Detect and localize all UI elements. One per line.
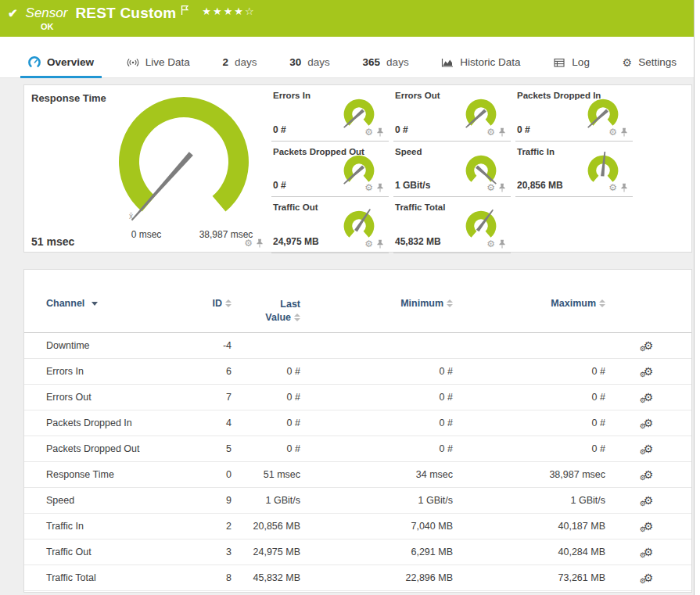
last-value: 0 #	[232, 418, 300, 428]
sort-icon	[225, 299, 232, 307]
sort-icon	[599, 299, 605, 307]
pin-icon[interactable]	[498, 239, 506, 249]
flag-icon[interactable]	[181, 5, 189, 16]
channel-settings-icon[interactable]: ⚙⚙	[644, 392, 654, 403]
priority-stars[interactable]: ★★★★☆	[202, 5, 255, 17]
channel-id: 3	[187, 547, 232, 557]
gear-icon[interactable]: ⚙	[608, 127, 617, 138]
gauge-title: Traffic Total	[395, 203, 445, 212]
pin-icon[interactable]	[498, 183, 506, 192]
pin-icon[interactable]	[376, 183, 384, 192]
channel-name: Downtime	[46, 340, 187, 351]
channel-settings-icon[interactable]: ⚙⚙	[644, 418, 654, 428]
pin-icon[interactable]	[376, 239, 384, 249]
tab-2-days-number: 2	[223, 56, 229, 68]
gear-icon[interactable]: ⚙	[486, 238, 495, 249]
channel-settings-icon[interactable]: ⚙⚙	[644, 366, 654, 377]
column-header-channel[interactable]: Channel	[46, 298, 187, 309]
tab-log[interactable]: Log	[545, 47, 598, 77]
channel-name: Response Time	[46, 469, 187, 480]
tab-overview[interactable]: Overview	[20, 47, 102, 77]
minimum-value: 0 #	[300, 443, 453, 454]
column-header-maximum[interactable]: Maximum	[453, 298, 605, 309]
minimum-value: 0 #	[300, 392, 453, 403]
pin-icon[interactable]	[620, 183, 628, 192]
response-time-gauge-panel: Response Time x̄ 0 msec 38,987 msec 51 m…	[24, 85, 268, 252]
tab-live-data[interactable]: Live Data	[119, 47, 198, 77]
column-header-id[interactable]: ID	[187, 298, 232, 309]
table-row-errors-out: Errors Out 7 0 # 0 # 0 # ⚙⚙	[24, 385, 691, 410]
gauge-value: 0 #	[517, 124, 530, 135]
pin-icon[interactable]	[498, 127, 506, 137]
table-row-traffic-total: Traffic Total 8 45,832 MB 22,896 MB 73,2…	[24, 565, 691, 591]
gear-icon: ⚙	[623, 56, 633, 69]
gauge-value: 45,832 MB	[395, 236, 441, 247]
channel-settings-icon[interactable]: ⚙⚙	[644, 521, 654, 532]
gauge-panel-packets-dropped-in: Packets Dropped In 0 # ⚙	[515, 85, 633, 142]
tab-30-days-label: days	[307, 56, 330, 68]
channel-settings-icon[interactable]: ⚙⚙	[644, 340, 654, 351]
channel-settings-icon[interactable]: ⚙⚙	[644, 495, 654, 506]
gauge-value: 51 msec	[31, 235, 74, 248]
status-ok-check-icon: ✔	[8, 6, 18, 20]
table-header-row: Channel ID Last Value Minimum Maximum	[24, 296, 691, 333]
channel-id: 0	[187, 469, 232, 480]
gauge-title: Errors Out	[395, 91, 440, 100]
gear-icon[interactable]: ⚙	[364, 182, 373, 193]
channel-name: Packets Dropped Out	[46, 443, 187, 454]
pin-icon[interactable]	[256, 238, 264, 248]
sort-desc-icon	[92, 302, 98, 306]
tab-live-data-label: Live Data	[145, 56, 190, 68]
maximum-value: 40,187 MB	[453, 521, 605, 532]
gauges-card: Response Time x̄ 0 msec 38,987 msec 51 m…	[23, 84, 692, 253]
last-value: 24,975 MB	[232, 547, 300, 557]
gear-icon[interactable]: ⚙	[364, 238, 373, 249]
tab-365-days-number: 365	[363, 56, 381, 68]
column-header-last-value[interactable]: Last Value	[232, 298, 300, 324]
minimum-value: 0 #	[300, 366, 453, 377]
last-value: 1 GBit/s	[232, 495, 300, 506]
tab-30-days[interactable]: 30 days	[282, 47, 338, 77]
maximum-value: 0 #	[453, 392, 605, 403]
channel-name: Traffic In	[46, 521, 187, 532]
channel-id: 7	[187, 392, 232, 403]
channel-id: 8	[187, 572, 232, 583]
column-header-minimum[interactable]: Minimum	[300, 298, 453, 309]
gear-icon[interactable]: ⚙	[364, 127, 373, 138]
tab-historic-data[interactable]: Historic Data	[433, 47, 528, 77]
channel-id: 5	[187, 443, 232, 454]
column-header-minimum-label: Minimum	[400, 298, 443, 309]
last-value: 45,832 MB	[232, 572, 300, 583]
gear-icon[interactable]: ⚙	[608, 182, 617, 193]
channel-name: Errors In	[46, 366, 187, 377]
channel-name: Errors Out	[46, 392, 187, 403]
channel-settings-icon[interactable]: ⚙⚙	[644, 469, 654, 480]
gauge-icon	[28, 56, 41, 69]
gauge-panel-packets-dropped-out: Packets Dropped Out 0 # ⚙	[271, 142, 389, 198]
gear-icon[interactable]: ⚙	[244, 238, 253, 249]
tab-settings[interactable]: ⚙ Settings	[615, 47, 684, 77]
column-header-maximum-label: Maximum	[551, 298, 596, 309]
channel-settings-icon[interactable]: ⚙⚙	[644, 572, 654, 583]
gauge-value: 1 GBit/s	[395, 180, 430, 191]
tab-historic-data-label: Historic Data	[460, 56, 520, 68]
last-value: 0 #	[232, 392, 300, 403]
gear-icon[interactable]: ⚙	[486, 182, 495, 193]
tab-2-days[interactable]: 2 days	[215, 47, 265, 77]
pin-icon[interactable]	[620, 127, 628, 137]
response-time-gauge: x̄	[115, 93, 253, 231]
channel-settings-icon[interactable]: ⚙⚙	[644, 443, 654, 454]
channel-name: Traffic Out	[46, 547, 187, 557]
table-row-speed: Speed 9 1 GBit/s 1 GBit/s 1 GBit/s ⚙⚙	[24, 488, 691, 514]
minimum-value: 1 GBit/s	[300, 495, 453, 506]
channel-id: 4	[187, 418, 232, 428]
gauge-title: Traffic In	[517, 147, 555, 156]
table-row-response-time: Response Time 0 51 msec 34 msec 38,987 m…	[24, 462, 691, 488]
minimum-value: 7,040 MB	[300, 521, 453, 532]
gauge-panel-errors-in: Errors In 0 # ⚙	[271, 85, 389, 142]
column-header-last-label: Last	[280, 298, 300, 311]
gear-icon[interactable]: ⚙	[486, 127, 495, 138]
tab-365-days[interactable]: 365 days	[355, 47, 417, 77]
channel-settings-icon[interactable]: ⚙⚙	[644, 547, 654, 557]
pin-icon[interactable]	[376, 127, 384, 137]
